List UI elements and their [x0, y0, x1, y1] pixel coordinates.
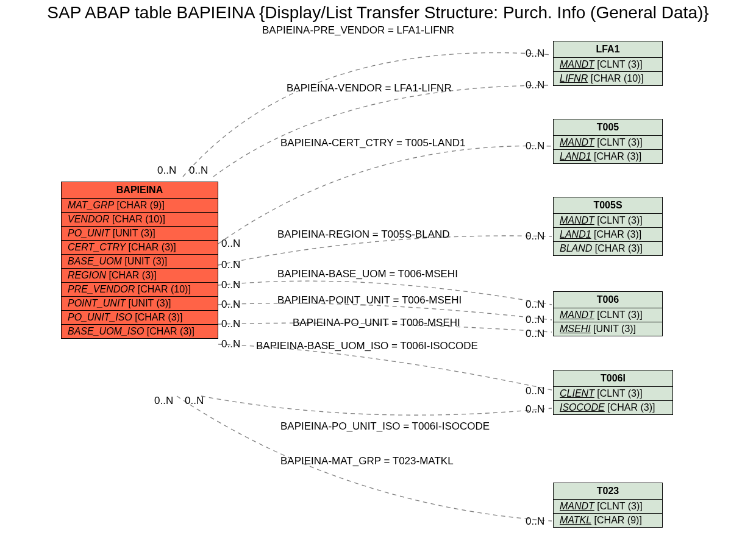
entity-t023-header: T023 [554, 483, 662, 500]
t006i-client: CLIENT [CLNT (3)] [554, 387, 672, 401]
entity-t006i: T006I CLIENT [CLNT (3)] ISOCODE [CHAR (3… [553, 370, 673, 415]
rel-base-uom: BAPIEINA-BASE_UOM = T006-MSEHI [277, 268, 458, 280]
rel-region: BAPIEINA-REGION = T005S-BLAND [277, 228, 450, 241]
entity-t005s: T005S MANDT [CLNT (3)] LAND1 [CHAR (3)] … [553, 197, 663, 256]
card-main-8: 0..N [221, 338, 240, 350]
t005s-bland: BLAND [CHAR (3)] [554, 242, 662, 255]
t023-matkl: MATKL [CHAR (9)] [554, 514, 662, 527]
lfa1-mandt: MANDT [CLNT (3)] [554, 58, 662, 72]
card-ref-6: 0..N [526, 314, 544, 326]
field-vendor: VENDOR [CHAR (10)] [62, 213, 218, 227]
t005-mandt: MANDT [CLNT (3)] [554, 136, 662, 150]
card-main-9: 0..N [154, 395, 173, 407]
card-main-1: 0..N [157, 165, 176, 177]
entity-t006: T006 MANDT [CLNT (3)] MSEHI [UNIT (3)] [553, 291, 663, 336]
card-main-4: 0..N [221, 259, 240, 271]
card-ref-1: 0..N [526, 48, 544, 60]
t005s-land1: LAND1 [CHAR (3)] [554, 228, 662, 242]
card-ref-7: 0..N [526, 328, 544, 340]
field-po-unit: PO_UNIT [UNIT (3)] [62, 227, 218, 241]
card-main-10: 0..N [185, 395, 204, 407]
entity-t006i-header: T006I [554, 370, 672, 387]
card-ref-10: 0..N [526, 515, 544, 528]
rel-point-unit: BAPIEINA-POINT_UNIT = T006-MSEHI [277, 294, 462, 306]
t023-mandt: MANDT [CLNT (3)] [554, 500, 662, 514]
entity-t005-header: T005 [554, 119, 662, 136]
entity-t005s-header: T005S [554, 197, 662, 214]
card-ref-8: 0..N [526, 385, 544, 397]
entity-t006-header: T006 [554, 292, 662, 308]
entity-t023: T023 MANDT [CLNT (3)] MATKL [CHAR (9)] [553, 483, 663, 528]
field-mat-grp: MAT_GRP [CHAR (9)] [62, 199, 218, 213]
diagram-title: SAP ABAP table BAPIEINA {Display/List Tr… [0, 3, 756, 23]
card-main-5: 0..N [221, 279, 240, 291]
card-main-3: 0..N [221, 238, 240, 250]
entity-t005: T005 MANDT [CLNT (3)] LAND1 [CHAR (3)] [553, 119, 663, 164]
rel-mat-grp: BAPIEINA-MAT_GRP = T023-MATKL [280, 455, 454, 467]
entity-lfa1: LFA1 MANDT [CLNT (3)] LIFNR [CHAR (10)] [553, 41, 663, 86]
rel-base-uom-iso: BAPIEINA-BASE_UOM_ISO = T006I-ISOCODE [256, 340, 478, 352]
t006i-isocode: ISOCODE [CHAR (3)] [554, 401, 672, 414]
rel-cert-ctry: BAPIEINA-CERT_CTRY = T005-LAND1 [280, 137, 465, 149]
card-ref-2: 0..N [526, 79, 544, 91]
field-po-unit-iso: PO_UNIT_ISO [CHAR (3)] [62, 311, 218, 325]
field-base-uom-iso: BASE_UOM_ISO [CHAR (3)] [62, 325, 218, 338]
card-ref-3: 0..N [526, 140, 544, 152]
rel-po-unit-iso: BAPIEINA-PO_UNIT_ISO = T006I-ISOCODE [280, 420, 490, 433]
t006-msehi: MSEHI [UNIT (3)] [554, 322, 662, 336]
lfa1-lifnr: LIFNR [CHAR (10)] [554, 72, 662, 85]
entity-bapieina-header: BAPIEINA [62, 182, 218, 199]
rel-po-unit: BAPIEINA-PO_UNIT = T006-MSEHI [293, 317, 460, 329]
card-main-6: 0..N [221, 299, 240, 311]
t005-land1: LAND1 [CHAR (3)] [554, 150, 662, 163]
entity-lfa1-header: LFA1 [554, 41, 662, 58]
rel-vendor: BAPIEINA-VENDOR = LFA1-LIFNR [287, 82, 452, 94]
card-ref-4: 0..N [526, 230, 544, 243]
card-main-7: 0..N [221, 318, 240, 330]
rel-pre-vendor: BAPIEINA-PRE_VENDOR = LFA1-LIFNR [262, 24, 454, 37]
field-base-uom: BASE_UOM [UNIT (3)] [62, 255, 218, 269]
field-region: REGION [CHAR (3)] [62, 269, 218, 283]
card-ref-9: 0..N [526, 403, 544, 416]
field-pre-vendor: PRE_VENDOR [CHAR (10)] [62, 283, 218, 297]
card-main-2: 0..N [189, 165, 208, 177]
field-cert-ctry: CERT_CTRY [CHAR (3)] [62, 241, 218, 255]
t006-mandt: MANDT [CLNT (3)] [554, 308, 662, 322]
entity-bapieina: BAPIEINA MAT_GRP [CHAR (9)] VENDOR [CHAR… [61, 182, 218, 339]
t005s-mandt: MANDT [CLNT (3)] [554, 214, 662, 228]
card-ref-5: 0..N [526, 299, 544, 311]
field-point-unit: POINT_UNIT [UNIT (3)] [62, 297, 218, 311]
